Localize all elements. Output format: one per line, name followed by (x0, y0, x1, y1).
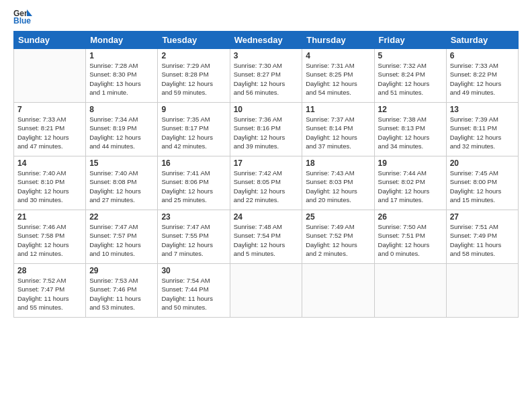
calendar-cell: 25Sunrise: 7:49 AM Sunset: 7:52 PM Dayli… (302, 210, 374, 264)
calendar-cell: 18Sunrise: 7:43 AM Sunset: 8:03 PM Dayli… (302, 156, 374, 210)
calendar-week-1: 7Sunrise: 7:33 AM Sunset: 8:21 PM Daylig… (14, 103, 519, 156)
day-number: 4 (306, 51, 370, 60)
day-number: 6 (450, 51, 515, 60)
calendar-cell: 5Sunrise: 7:32 AM Sunset: 8:24 PM Daylig… (374, 49, 446, 103)
day-number: 21 (17, 212, 82, 222)
cell-content: Sunrise: 7:48 AM Sunset: 7:54 PM Dayligh… (234, 222, 299, 258)
calendar-cell: 12Sunrise: 7:38 AM Sunset: 8:13 PM Dayli… (374, 103, 446, 156)
calendar-cell: 2Sunrise: 7:29 AM Sunset: 8:28 PM Daylig… (158, 49, 230, 103)
day-number: 12 (378, 105, 443, 114)
cell-content: Sunrise: 7:43 AM Sunset: 8:03 PM Dayligh… (306, 169, 370, 204)
day-number: 18 (306, 158, 370, 168)
calendar-week-0: 1Sunrise: 7:28 AM Sunset: 8:30 PM Daylig… (14, 49, 519, 103)
cell-content: Sunrise: 7:45 AM Sunset: 8:00 PM Dayligh… (450, 169, 515, 204)
day-number: 22 (89, 212, 154, 222)
day-header-wednesday: Wednesday (230, 32, 302, 49)
day-number: 13 (450, 105, 515, 114)
cell-content: Sunrise: 7:47 AM Sunset: 7:57 PM Dayligh… (89, 222, 154, 258)
day-number: 19 (378, 158, 443, 168)
calendar-cell (446, 264, 518, 318)
cell-content: Sunrise: 7:47 AM Sunset: 7:55 PM Dayligh… (161, 222, 226, 258)
cell-content: Sunrise: 7:34 AM Sunset: 8:19 PM Dayligh… (89, 115, 154, 150)
cell-content: Sunrise: 7:28 AM Sunset: 8:30 PM Dayligh… (89, 61, 154, 97)
day-number: 28 (17, 266, 82, 275)
day-header-friday: Friday (374, 32, 446, 49)
day-number: 29 (89, 266, 154, 275)
day-number: 8 (89, 105, 154, 114)
cell-content: Sunrise: 7:54 AM Sunset: 7:44 PM Dayligh… (161, 276, 226, 312)
day-header-tuesday: Tuesday (158, 32, 230, 49)
cell-content: Sunrise: 7:30 AM Sunset: 8:27 PM Dayligh… (234, 61, 299, 97)
day-number: 10 (234, 105, 299, 114)
day-number: 24 (234, 212, 299, 222)
cell-content: Sunrise: 7:49 AM Sunset: 7:52 PM Dayligh… (306, 222, 370, 258)
day-number: 15 (89, 158, 154, 168)
calendar-cell: 15Sunrise: 7:40 AM Sunset: 8:08 PM Dayli… (86, 156, 158, 210)
svg-text:Blue: Blue (13, 16, 31, 26)
calendar-cell: 20Sunrise: 7:45 AM Sunset: 8:00 PM Dayli… (446, 156, 518, 210)
cell-content: Sunrise: 7:40 AM Sunset: 8:08 PM Dayligh… (89, 169, 154, 204)
day-header-saturday: Saturday (446, 32, 518, 49)
calendar-week-2: 14Sunrise: 7:40 AM Sunset: 8:10 PM Dayli… (14, 156, 519, 210)
cell-content: Sunrise: 7:35 AM Sunset: 8:17 PM Dayligh… (161, 115, 226, 150)
calendar-cell (374, 264, 446, 318)
page-header: Gen Blue (13, 7, 519, 26)
calendar-cell: 17Sunrise: 7:42 AM Sunset: 8:05 PM Dayli… (230, 156, 302, 210)
calendar-cell (14, 49, 86, 103)
calendar-cell: 8Sunrise: 7:34 AM Sunset: 8:19 PM Daylig… (86, 103, 158, 156)
day-number: 23 (161, 212, 226, 222)
calendar-cell: 16Sunrise: 7:41 AM Sunset: 8:06 PM Dayli… (158, 156, 230, 210)
day-number: 17 (234, 158, 299, 168)
cell-content: Sunrise: 7:42 AM Sunset: 8:05 PM Dayligh… (234, 169, 299, 204)
calendar-cell: 1Sunrise: 7:28 AM Sunset: 8:30 PM Daylig… (86, 49, 158, 103)
calendar-cell: 26Sunrise: 7:50 AM Sunset: 7:51 PM Dayli… (374, 210, 446, 264)
day-number: 16 (161, 158, 226, 168)
day-number: 9 (161, 105, 226, 114)
calendar-cell (230, 264, 302, 318)
cell-content: Sunrise: 7:44 AM Sunset: 8:02 PM Dayligh… (378, 169, 443, 204)
calendar-cell: 23Sunrise: 7:47 AM Sunset: 7:55 PM Dayli… (158, 210, 230, 264)
day-number: 2 (161, 51, 226, 60)
calendar-table: SundayMondayTuesdayWednesdayThursdayFrid… (13, 31, 519, 318)
cell-content: Sunrise: 7:29 AM Sunset: 8:28 PM Dayligh… (161, 61, 226, 97)
calendar-cell: 14Sunrise: 7:40 AM Sunset: 8:10 PM Dayli… (14, 156, 86, 210)
calendar-cell: 22Sunrise: 7:47 AM Sunset: 7:57 PM Dayli… (86, 210, 158, 264)
logo: Gen Blue (13, 7, 35, 26)
cell-content: Sunrise: 7:37 AM Sunset: 8:14 PM Dayligh… (306, 115, 370, 150)
calendar-cell: 28Sunrise: 7:52 AM Sunset: 7:47 PM Dayli… (14, 264, 86, 318)
day-number: 26 (378, 212, 443, 222)
day-header-monday: Monday (86, 32, 158, 49)
calendar-cell: 30Sunrise: 7:54 AM Sunset: 7:44 PM Dayli… (158, 264, 230, 318)
calendar-cell: 13Sunrise: 7:39 AM Sunset: 8:11 PM Dayli… (446, 103, 518, 156)
cell-content: Sunrise: 7:31 AM Sunset: 8:25 PM Dayligh… (306, 61, 370, 97)
cell-content: Sunrise: 7:36 AM Sunset: 8:16 PM Dayligh… (234, 115, 299, 150)
cell-content: Sunrise: 7:53 AM Sunset: 7:46 PM Dayligh… (89, 276, 154, 312)
logo-icon: Gen Blue (13, 7, 32, 26)
cell-content: Sunrise: 7:39 AM Sunset: 8:11 PM Dayligh… (450, 115, 515, 150)
cell-content: Sunrise: 7:52 AM Sunset: 7:47 PM Dayligh… (17, 276, 82, 312)
day-number: 7 (17, 105, 82, 114)
calendar-header-row: SundayMondayTuesdayWednesdayThursdayFrid… (14, 32, 519, 49)
day-number: 14 (17, 158, 82, 168)
calendar-cell: 29Sunrise: 7:53 AM Sunset: 7:46 PM Dayli… (86, 264, 158, 318)
calendar-cell: 10Sunrise: 7:36 AM Sunset: 8:16 PM Dayli… (230, 103, 302, 156)
day-number: 20 (450, 158, 515, 168)
day-number: 30 (161, 266, 226, 275)
calendar-cell: 24Sunrise: 7:48 AM Sunset: 7:54 PM Dayli… (230, 210, 302, 264)
day-number: 3 (234, 51, 299, 60)
calendar-cell: 3Sunrise: 7:30 AM Sunset: 8:27 PM Daylig… (230, 49, 302, 103)
day-header-sunday: Sunday (14, 32, 86, 49)
day-header-thursday: Thursday (302, 32, 374, 49)
cell-content: Sunrise: 7:38 AM Sunset: 8:13 PM Dayligh… (378, 115, 443, 150)
cell-content: Sunrise: 7:32 AM Sunset: 8:24 PM Dayligh… (378, 61, 443, 97)
cell-content: Sunrise: 7:46 AM Sunset: 7:58 PM Dayligh… (17, 222, 82, 258)
calendar-cell: 4Sunrise: 7:31 AM Sunset: 8:25 PM Daylig… (302, 49, 374, 103)
calendar-cell: 21Sunrise: 7:46 AM Sunset: 7:58 PM Dayli… (14, 210, 86, 264)
calendar-cell (302, 264, 374, 318)
cell-content: Sunrise: 7:41 AM Sunset: 8:06 PM Dayligh… (161, 169, 226, 204)
day-number: 25 (306, 212, 370, 222)
calendar-cell: 7Sunrise: 7:33 AM Sunset: 8:21 PM Daylig… (14, 103, 86, 156)
cell-content: Sunrise: 7:40 AM Sunset: 8:10 PM Dayligh… (17, 169, 82, 204)
day-number: 5 (378, 51, 443, 60)
calendar-cell: 9Sunrise: 7:35 AM Sunset: 8:17 PM Daylig… (158, 103, 230, 156)
